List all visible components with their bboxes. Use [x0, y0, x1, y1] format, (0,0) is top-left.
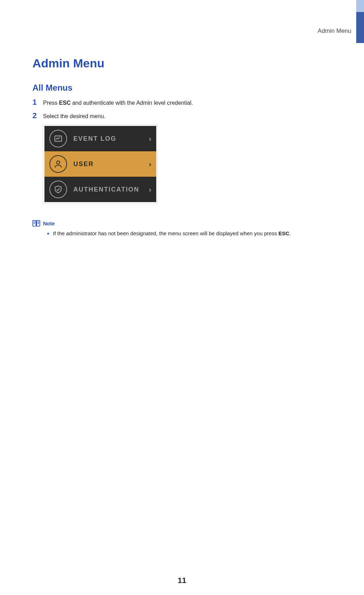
heading-all-menus: All Menus [32, 83, 332, 93]
step-1-number: 1 [32, 98, 43, 107]
page-content: Admin Menu All Menus 1 Press ESC and aut… [32, 56, 332, 238]
menu-label-user: USER [73, 160, 149, 168]
step-1: 1 Press ESC and authenticate with the Ad… [32, 98, 332, 107]
step-2: 2 Select the desired menu. [32, 111, 332, 120]
page-header-section: Admin Menu [318, 28, 351, 35]
chevron-right-icon: › [149, 135, 151, 143]
svg-rect-3 [37, 220, 40, 226]
page-number: 11 [0, 576, 364, 585]
note-item-1-key: ESC [279, 230, 290, 236]
chevron-right-icon: › [149, 160, 151, 168]
step-1-text: Press ESC and authenticate with the Admi… [43, 99, 193, 107]
chevron-right-icon: › [149, 186, 151, 194]
note-block: Note If the administrator has not been d… [32, 220, 332, 238]
svg-point-1 [57, 161, 60, 164]
menu-label-authentication: AUTHENTICATION [73, 186, 149, 193]
step-1-suffix: and authenticate with the Admin level cr… [71, 100, 193, 106]
menu-label-event-log: EVENT LOG [73, 135, 149, 142]
note-bullets: If the administrator has not been design… [32, 230, 332, 238]
menu-item-event-log[interactable]: EVENT LOG › [44, 126, 156, 151]
note-item-1: If the administrator has not been design… [53, 230, 332, 238]
auth-icon [49, 181, 67, 198]
step-1-key: ESC [59, 100, 71, 106]
svg-rect-2 [33, 220, 36, 226]
step-2-text: Select the desired menu. [43, 112, 105, 120]
heading-admin-menu: Admin Menu [32, 56, 332, 70]
user-icon [49, 155, 67, 173]
step-1-prefix: Press [43, 100, 59, 106]
note-head: Note [32, 220, 332, 227]
note-title: Note [43, 220, 55, 226]
device-menu-screenshot: EVENT LOG › USER › AUTHENTICATION › [43, 125, 158, 204]
menu-item-authentication[interactable]: AUTHENTICATION › [44, 177, 156, 202]
side-tab-dark [356, 12, 364, 43]
step-2-number: 2 [32, 111, 43, 120]
note-icon [32, 220, 40, 227]
menu-item-user[interactable]: USER › [44, 151, 156, 177]
eventlog-icon [49, 130, 67, 147]
note-item-1-suffix: . [289, 230, 291, 236]
side-tab-light [356, 0, 364, 12]
note-item-1-prefix: If the administrator has not been design… [53, 230, 279, 236]
